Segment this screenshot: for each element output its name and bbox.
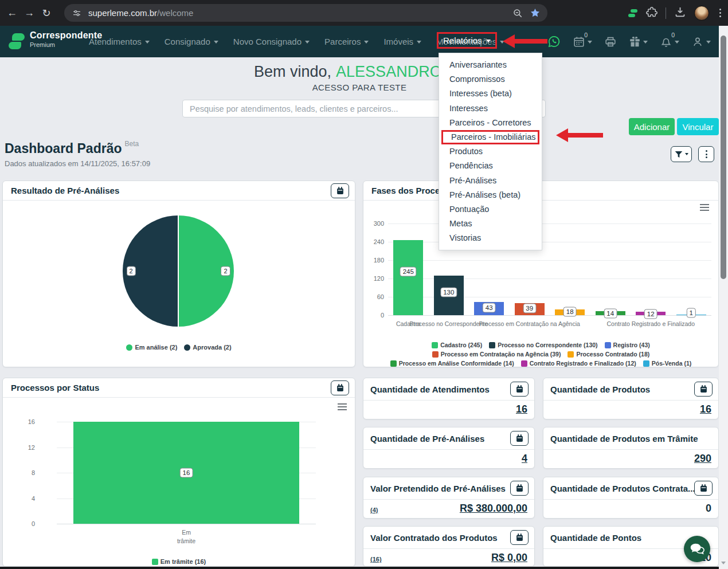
menu-item-produtos[interactable]: Produtos [439, 144, 542, 159]
scrollbar-down-arrow[interactable] [721, 562, 726, 564]
browser-profile-avatar[interactable] [694, 6, 709, 21]
menu-item-compromissos[interactable]: Compromissos [439, 72, 542, 87]
calendar-filter-button[interactable] [694, 382, 713, 397]
calendar-filter-button[interactable] [510, 431, 529, 446]
menu-item-vistorias[interactable]: Vistorias [439, 231, 542, 245]
calendar-filter-button[interactable] [331, 380, 349, 395]
legend-item-aprovada-2[interactable]: Aprovada (2) [184, 344, 231, 351]
extensions-puzzle-icon[interactable] [646, 6, 657, 20]
calendar-nav-icon[interactable]: 0 [573, 36, 592, 48]
calendar-icon [516, 434, 523, 442]
browser-forward-button[interactable]: → [21, 5, 38, 22]
calendar-filter-button[interactable] [510, 481, 529, 496]
legend-item-em-tramite-16[interactable]: Em trâmite (16) [152, 558, 206, 565]
calendar-icon [700, 484, 707, 492]
stat-card-title: Quantidade de Produtos em Trâmite [550, 434, 698, 444]
data-updated-text: Dados atualizados em 14/11/2025, 16:57:0… [5, 159, 150, 168]
calendar-filter-button[interactable] [510, 530, 529, 545]
chevron-down-icon [145, 41, 150, 44]
legend-item-registro-43[interactable]: Registro (43) [605, 342, 650, 348]
nav-item-consignado[interactable]: Consignado [165, 37, 218, 46]
bar-value-label: 39 [523, 304, 536, 313]
chevron-down-icon [305, 41, 310, 44]
stat-value[interactable]: R$ 0,00 [491, 552, 527, 564]
whatsapp-icon[interactable] [547, 35, 561, 48]
chat-button[interactable] [684, 536, 710, 562]
superleme-logo[interactable] [8, 32, 25, 50]
menu-item-interesses[interactable]: Interesses [439, 101, 542, 116]
browser-menu-icon[interactable] [717, 6, 723, 19]
legend-item-contrato-registrado-e-finalizado-12[interactable]: Contrato Registrado e Finalizado (12) [521, 360, 636, 367]
link-button[interactable]: Vincular [677, 118, 719, 135]
stat-value[interactable]: 290 [694, 453, 711, 465]
y-axis-tick-label: 16 [9, 418, 35, 425]
legend-marker [390, 360, 397, 367]
y-axis-tick-label: 4 [9, 495, 35, 502]
calendar-icon [336, 187, 344, 195]
legend-item-processo-em-contratacao-na-agencia-39[interactable]: Processo em Contratação na Agência (39) [432, 351, 561, 358]
nav-item-relatorios[interactable]: Relatórios [437, 32, 497, 49]
scrollbar-thumb[interactable] [721, 36, 726, 279]
bar-value-label: 130 [440, 287, 457, 297]
calendar-filter-button[interactable] [331, 183, 349, 198]
menu-item-pontuacao[interactable]: Pontuação [439, 202, 542, 217]
stat-value[interactable]: R$ 380.000,00 [460, 503, 527, 515]
legend-marker [605, 342, 611, 348]
menu-item-metas[interactable]: Metas [439, 217, 542, 231]
legend-item-cadastro-245[interactable]: Cadastro (245) [432, 342, 482, 348]
menu-item-pre-analises[interactable]: Pré-Análises [439, 174, 542, 188]
stat-value[interactable]: 16 [700, 403, 711, 415]
nav-item-parceiros[interactable]: Parceiros [324, 37, 369, 46]
site-settings-icon[interactable] [72, 9, 81, 18]
menu-item-pre-analises-beta[interactable]: Pré-Análises (beta) [439, 188, 542, 202]
zoom-icon[interactable] [512, 8, 523, 20]
stat-card-title: Quantidade de Pontos [550, 533, 641, 543]
browser-reload-button[interactable]: ↻ [38, 5, 55, 22]
legend-item-pos-venda-1[interactable]: Pós-Venda (1) [643, 360, 691, 367]
chart-menu-icon[interactable] [700, 204, 709, 213]
legend-item-em-analise-2[interactable]: Em análise (2) [126, 344, 177, 351]
beta-badge: Beta [125, 140, 139, 148]
menu-item-interesses-beta[interactable]: Interesses (beta) [439, 87, 542, 101]
chevron-down-icon [675, 41, 679, 44]
bar-value-label: 1 [687, 308, 696, 318]
calendar-filter-button[interactable] [510, 382, 529, 397]
stat-count-link[interactable]: (16) [370, 556, 382, 563]
printer-icon[interactable] [604, 36, 617, 48]
nav-item-imoveis[interactable]: Imóveis [383, 37, 421, 46]
bottom-edge [0, 567, 728, 569]
y-axis-tick-label: 8 [9, 469, 35, 476]
chart-menu-icon[interactable] [338, 403, 347, 412]
stat-value[interactable]: 4 [522, 453, 527, 465]
chevron-down-icon [417, 41, 421, 44]
scrollbar[interactable] [719, 26, 728, 569]
calendar-filter-button[interactable] [694, 481, 713, 496]
filter-button[interactable] [671, 146, 692, 162]
superleme-extension-icon[interactable] [628, 8, 638, 18]
add-button[interactable]: Adicionar [629, 118, 675, 135]
bookmark-star-icon[interactable] [530, 7, 541, 20]
x-axis-label: Emtrâmite [177, 528, 195, 546]
legend-item-processo-no-correspondente-130[interactable]: Processo no Correspondente (130) [489, 342, 597, 348]
menu-item-pendencias[interactable]: Pendências [439, 159, 542, 173]
legend-item-processo-contratado-18[interactable]: Processo Contratado (18) [567, 351, 649, 358]
pie-chart[interactable] [123, 215, 234, 327]
browser-back-button[interactable]: ← [3, 5, 21, 22]
dashboard-options-button[interactable] [698, 146, 714, 162]
bell-icon[interactable]: 0 [660, 36, 679, 48]
menu-item-parceiros-corretores[interactable]: Parceiros - Corretores [439, 116, 542, 130]
gift-icon[interactable] [629, 36, 648, 48]
stat-value[interactable]: 16 [516, 403, 527, 415]
card-processos-por-status: Processos por Status Em trâmite (16) 048… [2, 378, 355, 567]
url-bar[interactable]: superleme.com.br/welcome [64, 4, 547, 22]
user-icon[interactable] [691, 36, 711, 48]
menu-item-parceiros-imobiliarias[interactable]: Parceiros - Imobiliárias [441, 130, 539, 144]
legend-item-processo-em-analise-conformidade-14[interactable]: Processo em Análise Conformidade (14) [390, 360, 514, 367]
stat-count-link[interactable]: (4) [370, 507, 378, 513]
bar-value-label: 16 [180, 468, 193, 478]
nav-item-atendimentos[interactable]: Atendimentos [89, 37, 150, 46]
nav-item-novo-consignado[interactable]: Novo Consignado [233, 37, 310, 46]
download-icon[interactable] [674, 6, 686, 20]
menu-item-aniversariantes[interactable]: Aniversariantes [439, 58, 542, 72]
bar-cadastro[interactable] [393, 240, 423, 315]
